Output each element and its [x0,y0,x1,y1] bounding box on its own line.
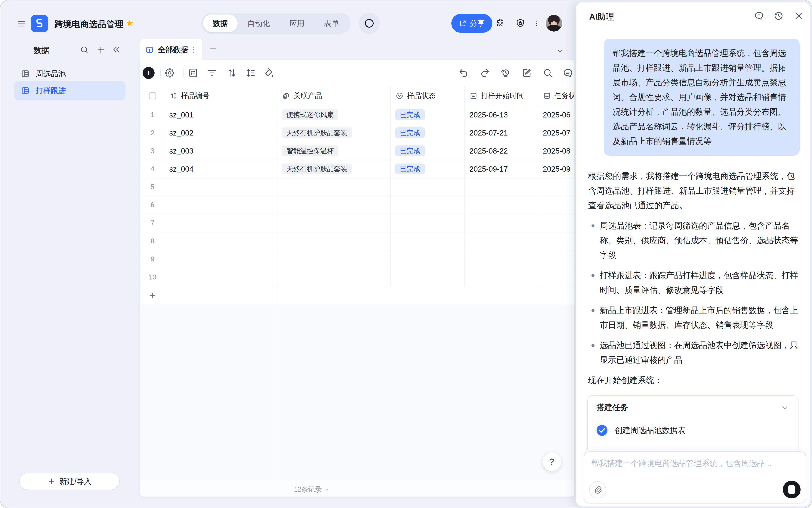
more-options-icon[interactable] [533,18,541,29]
tab-apps[interactable]: 应用 [280,14,314,32]
single-select-field-icon [395,92,404,100]
data-grid: 样品编号 关联产品 样品状态 [140,86,574,304]
bullet-icon [591,274,594,277]
add-row-icon[interactable] [148,291,157,300]
history-icon[interactable] [773,10,784,21]
add-row[interactable] [140,286,574,304]
comment-icon[interactable] [562,68,574,78]
view-tab-all-data[interactable]: 全部数据 [140,39,202,60]
edit-record-icon[interactable] [521,68,532,78]
ai-message-input[interactable] [591,457,799,470]
security-shield-icon[interactable] [515,18,526,29]
search-icon[interactable] [80,45,89,54]
task-label: 创建周选品池数据表 [615,426,686,434]
menu-icon[interactable] [17,19,26,28]
undo-icon[interactable] [458,68,469,78]
cell-task-date[interactable]: 2025-08 [538,142,574,160]
table-row-empty[interactable]: 5 [140,178,574,196]
cell-start-date[interactable]: 2025-09-17 [465,160,538,178]
status-badge[interactable]: 已完成 [395,110,425,120]
product-tag[interactable]: 智能温控保温杯 [282,145,338,156]
mode-tabs: 数据 自动化 应用 表单 [201,13,351,34]
paint-format-icon[interactable] [264,68,274,78]
cell-sample-id[interactable]: sz_001 [165,106,277,124]
tab-automation[interactable]: 自动化 [238,14,280,32]
collapse-chevron-icon[interactable] [781,403,789,412]
new-chat-icon[interactable] [754,10,764,21]
reminder-icon[interactable] [500,68,511,78]
product-tag[interactable]: 天然有机护肤品套装 [282,164,352,174]
cell-sample-id[interactable]: sz_003 [165,142,277,160]
column-header-product[interactable]: 关联产品 [277,86,391,105]
table-row[interactable]: 3 sz_003 智能温控保温杯 已完成 2025-08-22 2025-08 [140,142,574,160]
share-label: 分享 [470,18,485,29]
table-icon [21,86,30,95]
view-list-chevron-icon[interactable] [556,47,564,55]
app-logo-icon [31,15,48,32]
share-button[interactable]: 分享 [451,14,492,33]
plugins-icon[interactable] [495,18,506,29]
attachment-button[interactable] [589,481,606,498]
column-header-sample-id[interactable]: 样品编号 [165,86,277,105]
table-row-empty[interactable]: 7 [140,214,574,232]
table-icon [21,69,30,78]
avatar[interactable] [545,14,563,32]
hide-fields-icon[interactable] [188,68,198,78]
row-height-icon[interactable] [245,68,256,78]
view-options-icon[interactable] [192,46,194,54]
add-record-button[interactable] [143,67,154,79]
product-tag[interactable]: 便携式迷你风扇 [282,110,338,120]
table-row-empty[interactable]: 9 [140,250,574,268]
add-view-icon[interactable] [209,44,218,53]
close-icon[interactable] [794,10,804,21]
status-badge[interactable]: 已完成 [395,127,425,138]
theme-toggle-icon[interactable] [359,13,380,34]
record-count[interactable]: 12条记录 [294,485,330,494]
product-tag[interactable]: 天然有机护肤品套装 [282,127,352,138]
sidebar-item-weekly-pool[interactable]: 周选品池 [14,64,126,83]
link-field-icon [282,92,290,100]
select-all-checkbox[interactable] [149,92,156,99]
status-badge[interactable]: 已完成 [395,145,425,156]
new-import-button[interactable]: 新建/导入 [19,473,120,490]
date-field-icon [469,92,478,100]
search-records-icon[interactable] [542,68,553,78]
table-row[interactable]: 2 sz_002 天然有机护肤品套装 已完成 2025-07-21 2025-0… [140,124,574,142]
status-badge[interactable]: 已完成 [395,164,425,174]
cell-task-date[interactable]: 2025-06 [538,106,574,124]
add-table-icon[interactable] [96,45,105,54]
cell-start-date[interactable]: 2025-07-21 [465,124,538,142]
sidebar-item-sampling[interactable]: 打样跟进 [14,81,126,100]
column-header-task[interactable]: 任务状态 [538,86,574,105]
collapse-sidebar-icon[interactable] [111,45,121,54]
list-item: 选品池已通过视图：在周选品池表中创建筛选视图，只显示已通过审核的产品 [588,338,801,367]
help-button[interactable]: ? [542,452,561,471]
cell-sample-id[interactable]: sz_002 [165,124,277,142]
filter-icon[interactable] [207,68,217,78]
stop-generating-button[interactable] [783,481,801,498]
cell-start-date[interactable]: 2025-06-13 [465,106,538,124]
favorite-star-icon[interactable]: ★ [126,18,134,28]
column-header-status[interactable]: 样品状态 [391,86,465,105]
table-row[interactable]: 4 sz_004 天然有机护肤品套装 已完成 2025-09-17 2025-0… [140,160,574,178]
tab-data[interactable]: 数据 [203,14,238,32]
table-row-empty[interactable]: 8 [140,232,574,250]
column-header-start-date[interactable]: 打样开始时间 [465,86,538,105]
table-header-row: 样品编号 关联产品 样品状态 [140,86,574,106]
row-number: 5 [140,178,165,196]
task-done-icon [596,425,607,436]
cell-sample-id[interactable]: sz_004 [165,160,277,178]
cell-task-date[interactable]: 2025-07 [538,124,574,142]
assistant-message: 根据您的需求，我将搭建一个跨境电商选品管理系统，包含周选品池、打样跟进、新品上市… [588,169,799,213]
table-row-empty[interactable]: 10 [140,268,574,286]
table-row[interactable]: 1 sz_001 便携式迷你风扇 已完成 2025-06-13 2025-06 [140,106,574,124]
cell-start-date[interactable]: 2025-08-22 [465,142,538,160]
table-row-empty[interactable]: 6 [140,196,574,214]
row-number: 3 [140,142,165,160]
sort-icon[interactable] [226,68,237,78]
redo-icon[interactable] [479,68,490,78]
page-title: 跨境电商选品管理 [54,18,124,30]
cell-task-date[interactable]: 2025-09 [538,160,574,178]
field-settings-icon[interactable] [164,68,175,78]
tab-forms[interactable]: 表单 [314,14,349,32]
